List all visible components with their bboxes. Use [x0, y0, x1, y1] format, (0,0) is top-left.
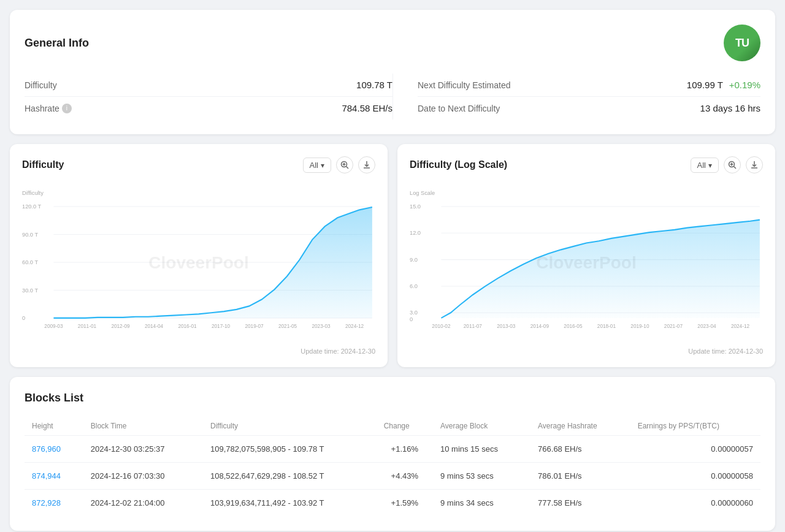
log-x-label-3: 2013-03 [497, 323, 515, 329]
log-x-label-1: 2010-02 [432, 323, 450, 329]
general-info-title: General Info [25, 37, 89, 50]
log-y-label-6: 0 [410, 316, 413, 322]
blocks-header-row: Height Block Time Difficulty Change Aver… [25, 417, 760, 436]
th-block-time: Block Time [83, 417, 203, 436]
height-link-2[interactable]: 872,928 [32, 498, 61, 507]
date-next-value: 13 days 16 hrs [700, 103, 760, 113]
svg-line-12 [734, 167, 737, 169]
row0-block-time: 2024-12-30 03:25:37 [83, 436, 203, 463]
x-label-3: 2012-09 [111, 323, 129, 329]
blocks-list-card: Blocks List Height Block Time Difficulty… [10, 377, 775, 531]
log-chart-controls: All [691, 156, 763, 173]
row2-earnings: 0.00000060 [630, 490, 760, 517]
y-label-4: 60.0 T [22, 259, 38, 265]
y-label-3: 90.0 T [22, 230, 38, 237]
log-download-icon [750, 161, 759, 169]
row2-height: 872,928 [25, 490, 83, 517]
next-difficulty-change: +0.19% [729, 80, 760, 90]
hashrate-row: Hashrate i 784.58 EH/s [25, 97, 392, 120]
row2-change: +1.59% [377, 490, 433, 517]
log-filter-chevron [708, 161, 712, 170]
x-label-6: 2017-10 [212, 323, 230, 329]
info-grid: Difficulty 109.78 T Hashrate i 784.58 EH… [25, 74, 760, 120]
row0-avg-hashrate: 766.68 EH/s [530, 436, 630, 463]
log-y-label-0: Log Scale [410, 189, 435, 196]
table-row: 874,944 2024-12-16 07:03:30 108,522,647,… [25, 463, 760, 490]
row1-avg-hashrate: 786.01 EH/s [530, 463, 630, 490]
log-x-label-9: 2023-04 [697, 323, 716, 329]
hashrate-info-icon[interactable]: i [62, 104, 72, 113]
blocks-table-body: 876,960 2024-12-30 03:25:37 109,782,075,… [25, 436, 760, 517]
next-difficulty-value: 109.99 T +0.19% [687, 80, 760, 90]
difficulty-chart-controls: All [303, 156, 375, 173]
charts-row: Difficulty All [10, 144, 775, 367]
row2-difficulty: 103,919,634,711,492 - 103.92 T [203, 490, 377, 517]
log-download-button[interactable] [746, 156, 763, 173]
log-zoom-icon [728, 161, 737, 169]
x-label-9: 2023-03 [312, 323, 330, 329]
difficulty-value: 109.78 T [356, 80, 392, 90]
y-label-5: 30.0 T [22, 286, 38, 293]
log-x-label-5: 2016-05 [564, 323, 582, 329]
difficulty-row: Difficulty 109.78 T [25, 74, 392, 97]
th-height: Height [25, 417, 83, 436]
x-label-4: 2014-04 [145, 323, 163, 329]
x-label-8: 2021-05 [278, 323, 297, 329]
difficulty-filter-chevron [321, 161, 324, 170]
row2-avg-block: 9 mins 34 secs [433, 490, 530, 517]
date-next-row: Date to Next Difficulty 13 days 16 hrs [418, 97, 760, 120]
row1-earnings: 0.00000058 [630, 463, 760, 490]
date-next-label: Date to Next Difficulty [418, 104, 500, 113]
hashrate-label: Hashrate i [25, 104, 72, 113]
difficulty-filter-button[interactable]: All [303, 158, 331, 173]
y-label-6: 0 [22, 314, 25, 321]
info-right-col: Next Difficulty Estimated 109.99 T +0.19… [392, 74, 760, 120]
log-chart-title: Difficulty (Log Scale) [410, 159, 507, 170]
info-left-col: Difficulty 109.78 T Hashrate i 784.58 EH… [25, 74, 392, 120]
hashrate-value: 784.58 EH/s [342, 103, 392, 113]
th-difficulty: Difficulty [203, 417, 377, 436]
table-row: 872,928 2024-12-02 21:04:00 103,919,634,… [25, 490, 760, 517]
general-info-card: General Info TU Difficulty 109.78 T Hash… [10, 10, 775, 134]
next-difficulty-label: Next Difficulty Estimated [418, 80, 510, 90]
log-chart-svg: Log Scale 15.0 12.0 9.0 6.0 3.0 0 [410, 183, 763, 343]
log-zoom-button[interactable] [724, 156, 741, 173]
row1-block-time: 2024-12-16 07:03:30 [83, 463, 203, 490]
x-label-10: 2024-12 [345, 323, 364, 329]
tu-logo: TU [724, 25, 760, 61]
log-x-label-8: 2021-07 [664, 323, 683, 329]
difficulty-label: Difficulty [25, 80, 57, 90]
height-link-1[interactable]: 874,944 [32, 471, 61, 481]
difficulty-update-time: Update time: 2024-12-30 [22, 348, 375, 355]
table-row: 876,960 2024-12-30 03:25:37 109,782,075,… [25, 436, 760, 463]
difficulty-chart-header: Difficulty All [22, 156, 375, 173]
x-label-5: 2016-01 [178, 323, 196, 329]
difficulty-zoom-button[interactable] [336, 156, 353, 173]
blocks-table: Height Block Time Difficulty Change Aver… [25, 417, 760, 516]
row1-change: +4.43% [377, 463, 433, 490]
log-chart-fill [441, 220, 759, 318]
th-change: Change [377, 417, 433, 436]
difficulty-chart-fill [53, 207, 372, 318]
log-y-label-3: 9.0 [410, 256, 418, 263]
log-x-label-10: 2024-12 [731, 323, 749, 329]
row0-earnings: 0.00000057 [630, 436, 760, 463]
log-x-label-6: 2018-01 [597, 323, 616, 329]
row2-avg-hashrate: 777.58 EH/s [530, 490, 630, 517]
height-link-0[interactable]: 876,960 [32, 444, 61, 454]
log-x-label-4: 2014-09 [530, 323, 549, 329]
log-y-label-1: 15.0 [410, 203, 421, 210]
log-chart-header: Difficulty (Log Scale) All [410, 156, 763, 173]
log-y-label-5: 3.0 [410, 309, 418, 316]
log-y-label-4: 6.0 [410, 283, 418, 289]
difficulty-download-button[interactable] [358, 156, 375, 173]
next-difficulty-row: Next Difficulty Estimated 109.99 T +0.19… [418, 74, 760, 97]
x-label-7: 2019-07 [245, 323, 263, 329]
row1-height: 874,944 [25, 463, 83, 490]
difficulty-chart-area: CloveerPool Difficulty 120.0 T 90.0 T 60… [22, 183, 375, 343]
zoom-icon [340, 161, 349, 169]
difficulty-chart-title: Difficulty [22, 159, 64, 170]
log-filter-button[interactable]: All [691, 158, 719, 173]
download-icon [362, 161, 371, 169]
difficulty-chart-svg: Difficulty 120.0 T 90.0 T 60.0 T 30.0 T … [22, 183, 375, 343]
